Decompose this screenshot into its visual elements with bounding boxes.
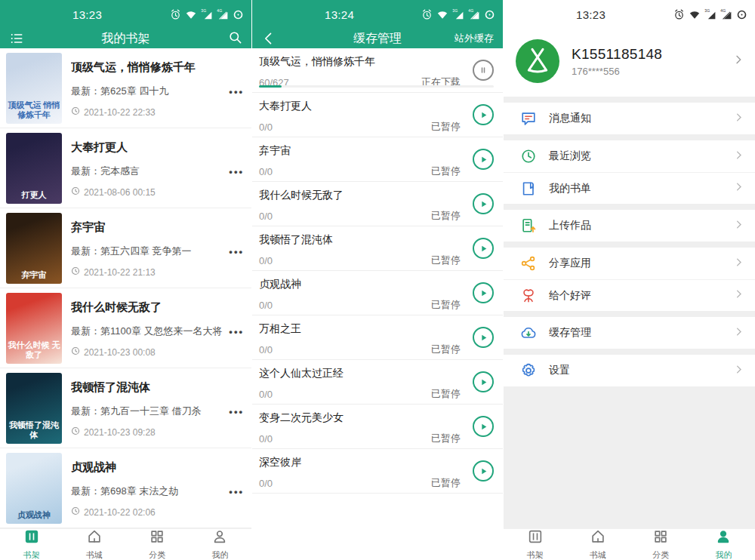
menu-group: 分享应用 给个好评 [504, 248, 755, 311]
more-options-icon[interactable]: ••• [229, 86, 244, 97]
book-row[interactable]: 弃宇宙 弃宇宙 最新：第五六四章 竞争第一 ••• 2021-10-22 21:… [0, 208, 251, 288]
tab-label: 书架 [23, 549, 40, 560]
more-options-icon[interactable]: ••• [229, 486, 244, 497]
tab-shelf[interactable]: 书架 [0, 529, 63, 560]
alarm-icon [170, 9, 181, 20]
chevron-right-icon [733, 364, 744, 378]
resume-button[interactable] [473, 416, 494, 437]
book-row[interactable]: 打更人 大奉打更人 最新：完本感言 ••• 2021-08-06 00:15 [0, 128, 251, 208]
cache-item[interactable]: 这个人仙太过正经 0/0 已暂停 [252, 360, 503, 405]
back-icon[interactable] [261, 31, 276, 46]
menu-item-cloud-download[interactable]: 缓存管理 [504, 317, 755, 349]
tab-grid[interactable]: 分类 [630, 529, 692, 560]
tab-person[interactable]: 我的 [189, 529, 251, 560]
cache-item[interactable]: 变身二次元美少女 0/0 已暂停 [252, 405, 503, 449]
menu-item-share[interactable]: 分享应用 [504, 248, 755, 279]
alarm-icon [421, 9, 433, 20]
book-cover[interactable]: 贞观战神 [6, 453, 62, 524]
cache-chapter-count: 0/0 [259, 433, 273, 445]
menu-item-booklist[interactable]: 我的书单 [504, 172, 755, 204]
resume-button[interactable] [473, 282, 494, 303]
menu-list-icon[interactable] [9, 31, 24, 46]
cache-status: 已暂停 [431, 165, 461, 178]
cache-chapter-count: 0/0 [259, 122, 273, 133]
menu-item-upload[interactable]: 上传作品 [504, 210, 755, 242]
cache-item[interactable]: 万相之王 0/0 已暂停 [252, 315, 503, 360]
cache-status: 已暂停 [431, 254, 461, 267]
book-title: 大奉打更人 [71, 140, 244, 155]
menu-item-clock[interactable]: 最近浏览 [504, 140, 755, 172]
svg-text:3G: 3G [201, 9, 206, 13]
clock-icon [71, 506, 80, 518]
cache-book-title: 弃宇宙 [259, 144, 461, 158]
shelf-icon [23, 528, 40, 548]
tab-home[interactable]: 书城 [63, 529, 125, 560]
search-icon[interactable] [228, 30, 242, 47]
screen-profile: 13:23 3G4G K1551185148 176****556 消息通知 最… [504, 0, 755, 560]
person-icon [715, 528, 732, 548]
more-options-icon[interactable]: ••• [229, 166, 244, 177]
chevron-right-icon [733, 219, 744, 233]
cache-item[interactable]: 顶级气运，悄悄修炼千年 60/627 正在下载 [252, 48, 503, 93]
more-options-icon[interactable]: ••• [229, 326, 244, 337]
signal-4g-icon: 4G [720, 9, 732, 20]
menu-group: 消息通知 [504, 103, 755, 134]
book-row[interactable]: 我什么时候 无敌了 我什么时候无敌了 最新：第1100章 又忽悠来一名大将 ••… [0, 288, 251, 368]
cache-item[interactable]: 大奉打更人 0/0 已暂停 [252, 93, 503, 137]
resume-button[interactable] [473, 104, 494, 125]
resume-button[interactable] [473, 193, 494, 214]
book-update-time: 2021-08-06 00:15 [84, 187, 156, 198]
menu-item-praise[interactable]: 给个好评 [504, 279, 755, 311]
cache-item[interactable]: 我什么时候无敌了 0/0 已暂停 [252, 182, 503, 226]
more-options-icon[interactable]: ••• [229, 246, 244, 257]
book-cover[interactable]: 我什么时候 无敌了 [6, 293, 62, 364]
book-row[interactable]: 我顿悟了混沌体 我顿悟了混沌体 最新：第九百一十三章 借刀杀 ••• 2021-… [0, 368, 251, 448]
book-row[interactable]: 顶级气运 悄悄修炼千年 顶级气运，悄悄修炼千年 最新：第625章 四十九 •••… [0, 48, 251, 128]
menu-item-gear[interactable]: 设置 [504, 355, 755, 386]
praise-icon [520, 288, 537, 304]
tab-label: 书城 [590, 549, 606, 560]
resume-button[interactable] [473, 149, 494, 170]
cache-item[interactable]: 弃宇宙 0/0 已暂停 [252, 137, 503, 182]
menu-item-label: 设置 [549, 364, 733, 377]
cache-chapter-count: 0/0 [259, 255, 273, 266]
resume-button[interactable] [473, 460, 494, 482]
resume-button[interactable] [473, 327, 494, 348]
book-title: 我什么时候无敌了 [71, 300, 244, 315]
pause-button[interactable] [473, 60, 494, 81]
book-cover[interactable]: 弃宇宙 [6, 213, 62, 284]
profile-card[interactable]: K1551185148 176****556 [504, 29, 755, 97]
grid-icon [652, 528, 669, 548]
svg-text:4G: 4G [468, 9, 473, 13]
tab-home[interactable]: 书城 [566, 529, 629, 560]
tab-grid[interactable]: 分类 [126, 529, 189, 560]
cache-item[interactable]: 深空彼岸 0/0 已暂停 [252, 449, 503, 494]
resume-button[interactable] [473, 238, 494, 259]
chevron-right-icon [732, 54, 744, 69]
status-icons: 3G4G [673, 9, 747, 20]
menu-item-message[interactable]: 消息通知 [504, 103, 755, 134]
cache-book-title: 变身二次元美少女 [259, 411, 461, 425]
chevron-right-icon [733, 288, 744, 303]
cache-chapter-count: 0/0 [259, 211, 273, 222]
cache-item[interactable]: 贞观战神 0/0 已暂停 [252, 271, 503, 315]
cache-item[interactable]: 我顿悟了混沌体 0/0 已暂停 [252, 226, 503, 271]
wifi-icon [436, 10, 448, 20]
book-cover[interactable]: 我顿悟了混沌体 [6, 373, 62, 444]
more-options-icon[interactable]: ••• [229, 406, 244, 417]
book-row[interactable]: 贞观战神 贞观战神 最新：第698章 末法之劫 ••• 2021-10-22 0… [0, 448, 251, 528]
menu-groups: 消息通知 最近浏览 我的书单 上传作品 分享应用 [504, 103, 755, 386]
book-cover[interactable]: 顶级气运 悄悄修炼千年 [6, 53, 62, 124]
book-title: 顶级气运，悄悄修炼千年 [71, 60, 244, 75]
book-cover[interactable]: 打更人 [6, 133, 62, 204]
resume-button[interactable] [473, 371, 494, 392]
tab-person[interactable]: 我的 [692, 529, 755, 560]
profile-texts: K1551185148 176****556 [572, 46, 732, 77]
offsite-cache-button[interactable]: 站外缓存 [455, 32, 494, 45]
book-latest-chapter: 最新：完本感言 [71, 165, 223, 178]
cache-book-title: 深空彼岸 [259, 456, 461, 469]
book-title: 贞观战神 [71, 460, 244, 475]
tab-shelf[interactable]: 书架 [504, 529, 566, 560]
tabbar-profile: 书架 书城 分类 我的 [504, 528, 755, 560]
person-icon [211, 528, 228, 548]
